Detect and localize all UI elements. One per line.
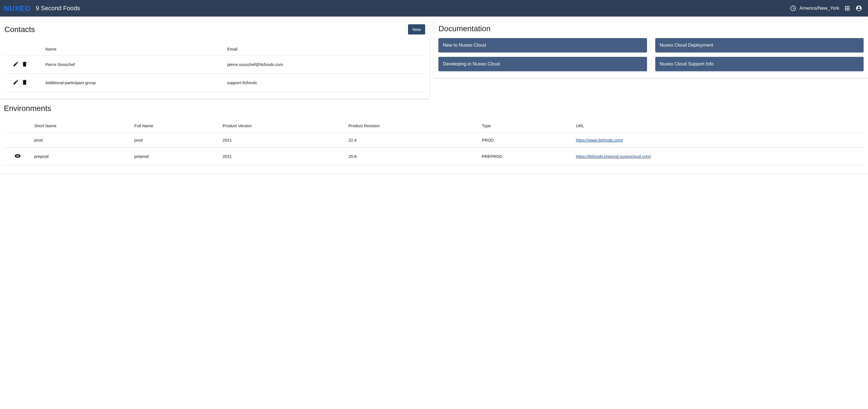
- logo[interactable]: NUXEO: [4, 4, 31, 13]
- environments-title: Environments: [4, 104, 864, 113]
- eye-icon[interactable]: [14, 156, 21, 160]
- contacts-col-email: Email: [225, 43, 425, 56]
- env-col-fullname: Full Name: [131, 119, 220, 133]
- environments-table: Short Name Full Name Product Version Pro…: [4, 119, 864, 165]
- environments-panel: Environments Short Name Full Name Produc…: [0, 100, 868, 174]
- contacts-col-actions: [4, 43, 43, 56]
- env-col-version: Product Version: [220, 119, 346, 133]
- doc-link-new-to-cloud[interactable]: New to Nuxeo Cloud: [438, 38, 647, 53]
- env-url-link[interactable]: https://9sfoods.preprod.nuxeocloud.com/: [576, 154, 651, 159]
- timezone-display[interactable]: America/New_York: [789, 5, 839, 12]
- timezone-label: America/New_York: [800, 5, 839, 11]
- env-version: 2021: [220, 148, 346, 165]
- app-title: 9 Second Foods: [36, 5, 80, 12]
- edit-icon[interactable]: [13, 61, 19, 68]
- env-col-type: Type: [479, 119, 573, 133]
- contact-row: Additional-participant group support-9sf…: [4, 74, 425, 92]
- env-col-icon: [4, 119, 31, 133]
- contact-name: Additional-participant group: [43, 74, 225, 92]
- apps-icon[interactable]: [844, 5, 851, 12]
- doc-link-support-info[interactable]: Nuxeo Cloud Support Info: [655, 57, 864, 71]
- delete-icon[interactable]: [22, 61, 28, 68]
- delete-icon[interactable]: [22, 79, 28, 86]
- clock-icon: [789, 5, 797, 12]
- env-fullname: preprod: [131, 148, 220, 165]
- env-shortname: prod: [31, 133, 131, 148]
- env-shortname: preprod: [31, 148, 131, 165]
- documentation-panel: Documentation New to Nuxeo Cloud Nuxeo C…: [434, 19, 868, 78]
- env-revision: 25.8: [346, 148, 479, 165]
- env-row: preprod preprod 2021 25.8 PREPROD https:…: [4, 148, 864, 165]
- contacts-title: Contacts: [4, 25, 35, 34]
- contact-row: Pierre Souschef pierre.souschef@9sfoods.…: [4, 56, 425, 74]
- env-url-link[interactable]: https://www.9sfoods.com/: [576, 138, 623, 142]
- env-type: PREPROD: [479, 148, 573, 165]
- header-right: America/New_York: [789, 5, 863, 12]
- env-revision: 22.4: [346, 133, 479, 148]
- contacts-col-name: Name: [43, 43, 225, 56]
- contacts-panel: Contacts New Name Email: [0, 19, 430, 99]
- doc-link-cloud-deployment[interactable]: Nuxeo Cloud Deployment: [655, 38, 864, 53]
- doc-link-developing[interactable]: Developing in Nuxeo Cloud: [438, 57, 647, 71]
- edit-icon[interactable]: [13, 79, 19, 86]
- contact-name: Pierre Souschef: [43, 56, 225, 74]
- account-icon[interactable]: [855, 5, 863, 12]
- new-contact-button[interactable]: New: [408, 24, 425, 34]
- env-col-shortname: Short Name: [31, 119, 131, 133]
- header-left: NUXEO 9 Second Foods: [4, 4, 80, 13]
- env-type: PROD: [479, 133, 573, 148]
- contact-email: pierre.souschef@9sfoods.com: [225, 56, 425, 74]
- env-col-revision: Product Revision: [346, 119, 479, 133]
- app-header: NUXEO 9 Second Foods America/New_York: [0, 0, 868, 16]
- env-col-url: URL: [573, 119, 864, 133]
- env-fullname: prod: [131, 133, 220, 148]
- env-version: 2021: [220, 133, 346, 148]
- env-row: prod prod 2021 22.4 PROD https://www.9sf…: [4, 133, 864, 148]
- documentation-title: Documentation: [438, 24, 490, 33]
- contacts-table: Name Email Pierre Souschef pierre.sousch…: [4, 43, 425, 92]
- contact-email: support-9sfoods: [225, 74, 425, 92]
